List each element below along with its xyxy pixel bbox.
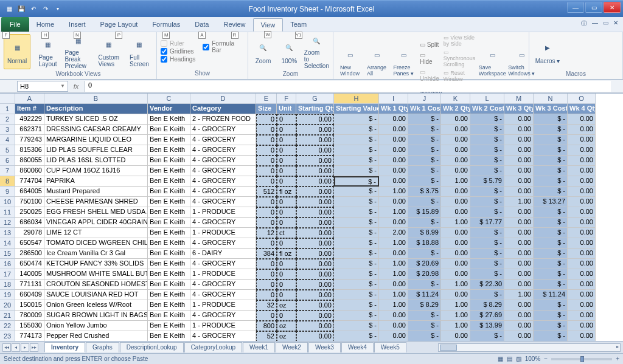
column-title[interactable]: Wk 2 Qty (441, 104, 470, 114)
row-header-13[interactable]: 13 (0, 228, 15, 238)
horizontal-scrollbar[interactable]: ▸ (438, 343, 621, 352)
col-header-F[interactable]: F (277, 94, 296, 104)
cell-K22[interactable]: 1.00 (441, 321, 470, 331)
sheet-tab-inventory[interactable]: Inventory (44, 342, 85, 352)
cell-N3[interactable]: $ - (534, 125, 568, 135)
zoom-out-icon[interactable]: − (544, 355, 548, 362)
page-break-preview-button[interactable]: ▦PageBreak Preview (65, 34, 92, 69)
cell-K13[interactable]: 0.00 (441, 228, 470, 238)
cell-M20[interactable]: 0.00 (504, 300, 534, 311)
cell-K20[interactable]: 1.00 (441, 300, 470, 311)
cell-J19[interactable]: $ 11.24 (408, 290, 441, 300)
formula-input[interactable]: 0 (84, 81, 611, 92)
row-header-23[interactable]: 23 (0, 331, 15, 342)
col-header-K[interactable]: K (441, 94, 470, 104)
cell-H5[interactable]: $ - (334, 145, 379, 156)
cell-D16[interactable]: 4 - GROCERY (190, 259, 256, 269)
name-box[interactable]: H8▼ (17, 81, 68, 92)
cell-C14[interactable]: Ben E Keith (148, 238, 190, 249)
cell-L15[interactable]: $ - (470, 249, 504, 259)
cell-A20[interactable]: 150015 (15, 300, 44, 311)
tab-nav-first[interactable]: ◂◂ (2, 343, 11, 352)
cell-A2[interactable]: 492229 (15, 114, 44, 125)
save-icon[interactable]: 💾 (16, 4, 27, 15)
cell-B17[interactable]: MUSHROOM WHITE SMALL BUTTON (44, 269, 148, 280)
cell-K17[interactable]: 0.00 (441, 269, 470, 280)
cell-J7[interactable]: $ - (408, 166, 441, 176)
cell-M17[interactable]: 0.00 (504, 269, 534, 280)
cell-N16[interactable]: $ - (534, 259, 568, 269)
new-window-button[interactable]: ▭NewWindow (337, 44, 363, 79)
tab-nav-next[interactable]: ▸ (21, 343, 29, 352)
cell-F7[interactable]: 0 (277, 166, 296, 176)
cell-N14[interactable]: $ - (534, 238, 568, 249)
cell-I7[interactable]: 0.00 (379, 166, 408, 176)
cell-O17[interactable]: 0.00 (568, 269, 596, 280)
cell-M15[interactable]: 0.00 (504, 249, 534, 259)
cell-D7[interactable]: 4 - GROCERY (190, 166, 256, 176)
cell-O13[interactable]: 0.00 (568, 228, 596, 238)
cell-A15[interactable]: 286500 (15, 249, 44, 259)
cell-D19[interactable]: 4 - GROCERY (190, 290, 256, 300)
cell-I20[interactable]: 1.00 (379, 300, 408, 311)
cell-O9[interactable]: 0.00 (568, 187, 596, 197)
sheet-tab-descriptionlookup[interactable]: DescriptionLookup (120, 342, 184, 352)
cell-O23[interactable]: 0.00 (568, 331, 596, 342)
cell-M16[interactable]: 0.00 (504, 259, 534, 269)
cell-L18[interactable]: $ 22.30 (470, 280, 504, 290)
cell-A17[interactable]: 140005 (15, 269, 44, 280)
mdi-minimize-icon[interactable]: — (592, 19, 598, 28)
row-header-20[interactable]: 20 (0, 300, 15, 311)
cell-J14[interactable]: $ 18.88 (408, 238, 441, 249)
cell-M22[interactable]: 0.00 (504, 321, 534, 331)
cell-D9[interactable]: 4 - GROCERY (190, 187, 256, 197)
cell-C10[interactable]: Ben E Keith (148, 197, 190, 207)
cell-L10[interactable]: $ - (470, 197, 504, 207)
cell-F14[interactable]: 0 (277, 238, 296, 249)
cell-M10[interactable]: 1.00 (504, 197, 534, 207)
cell-I2[interactable]: 0.00 (379, 114, 408, 125)
cell-F6[interactable]: 0 (277, 156, 296, 166)
cell-N10[interactable]: $ 13.27 (534, 197, 568, 207)
column-title[interactable]: Wk 4 Qty (568, 104, 596, 114)
zoom-in-icon[interactable]: + (616, 355, 619, 362)
cell-I16[interactable]: 1.00 (379, 259, 408, 269)
cell-I14[interactable]: 1.00 (379, 238, 408, 249)
cell-A21[interactable]: 780009 (15, 311, 44, 321)
cell-J3[interactable]: $ - (408, 125, 441, 135)
cell-J16[interactable]: $ 20.69 (408, 259, 441, 269)
row-header-4[interactable]: 4 (0, 135, 15, 145)
cell-I15[interactable]: 0.00 (379, 249, 408, 259)
tab-nav-prev[interactable]: ◂ (12, 343, 20, 352)
cell-N18[interactable]: $ - (534, 280, 568, 290)
cell-E21[interactable]: 0 (256, 311, 277, 321)
cell-H16[interactable]: $ - (334, 259, 379, 269)
normal-button[interactable]: ▦Normal (4, 34, 30, 69)
cell-L3[interactable]: $ - (470, 125, 504, 135)
cell-B7[interactable]: CUP FOAM 16OZ 16J16 (44, 166, 148, 176)
cell-K18[interactable]: 1.00 (441, 280, 470, 290)
cell-B13[interactable]: LIME 12 CT (44, 228, 148, 238)
cell-G17[interactable]: 0.00 (296, 269, 334, 280)
cell-F22[interactable]: oz (277, 321, 296, 331)
column-title[interactable]: Starting Value (334, 104, 379, 114)
worksheet[interactable]: ABCDEFGHIJKLMNO1Item #DescriptionVendorC… (0, 93, 623, 354)
cell-K9[interactable]: 0.00 (441, 187, 470, 197)
cell-E6[interactable]: 0 (256, 156, 277, 166)
cell-M12[interactable]: 0.00 (504, 218, 534, 228)
cell-H14[interactable]: $ - (334, 238, 379, 249)
cell-I8[interactable]: 0.00 (379, 176, 408, 187)
cell-N6[interactable]: $ - (534, 156, 568, 166)
cell-O4[interactable]: 0.00 (568, 135, 596, 145)
cell-L7[interactable]: $ - (470, 166, 504, 176)
cell-J13[interactable]: $ 8.99 (408, 228, 441, 238)
redo-icon[interactable]: ↷ (40, 4, 51, 15)
cell-G8[interactable]: 0.00 (296, 176, 334, 187)
cell-M7[interactable]: 0.00 (504, 166, 534, 176)
tab-nav-last[interactable]: ▸▸ (30, 343, 38, 352)
cell-E20[interactable]: 32 (256, 300, 277, 311)
cell-D6[interactable]: 4 - GROCERY (190, 156, 256, 166)
cell-D14[interactable]: 4 - GROCERY (190, 238, 256, 249)
row-header-2[interactable]: 2 (0, 114, 15, 125)
cell-F4[interactable]: 0 (277, 135, 296, 145)
